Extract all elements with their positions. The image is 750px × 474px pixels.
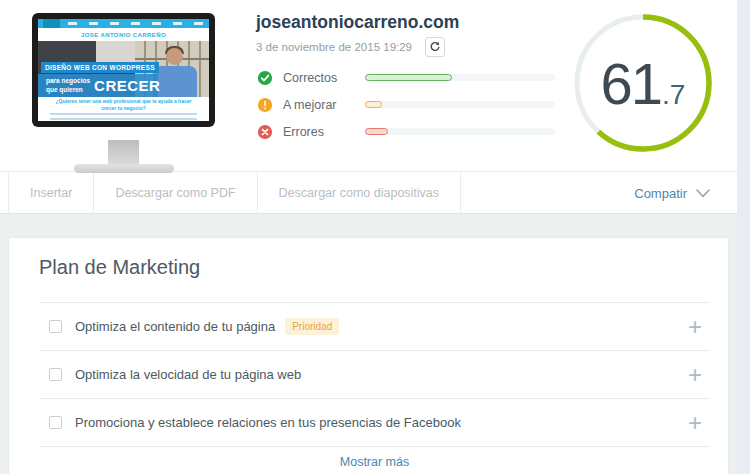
plan-item-checkbox[interactable] <box>49 320 62 333</box>
stat-label-correct: Correctos <box>283 71 365 85</box>
stat-row-correct: Correctos <box>257 69 555 86</box>
analysis-date: 3 de noviembre de 2015 19:29 <box>256 41 412 53</box>
warning-icon <box>257 97 273 113</box>
embed-button[interactable]: Insertar <box>9 172 94 214</box>
preview-navbar <box>38 19 209 28</box>
analysis-date-row: 3 de noviembre de 2015 19:29 <box>256 37 445 57</box>
stat-label-improve: A mejorar <box>283 98 365 112</box>
page-edge-strip <box>737 0 750 474</box>
marketing-plan-card: Plan de Marketing Optimiza el contenido … <box>8 237 729 474</box>
refresh-icon <box>429 41 441 53</box>
progress-bar-correct <box>365 74 555 81</box>
check-icon <box>257 70 273 86</box>
status-summary: Correctos A mejorar <box>257 69 555 150</box>
preview-hero-big-word: CRECER <box>94 77 160 94</box>
preview-person-photo <box>166 48 183 65</box>
monitor-frame: JOSE ANTONIO CARREÑO DISEÑO WEB CON WORD… <box>32 13 215 127</box>
share-button[interactable]: Compatir <box>634 172 710 214</box>
page-title: joseantoniocarreno.com <box>256 12 459 33</box>
stat-row-errors: Errores <box>257 123 555 140</box>
score-value: 61.7 <box>572 12 714 154</box>
download-pdf-button[interactable]: Descargar como PDF <box>94 172 257 214</box>
progress-bar-errors <box>365 128 555 135</box>
preview-hero-headline: DISEÑO WEB CON WORDPRESS <box>41 62 159 73</box>
show-more-link[interactable]: Mostrar más <box>39 447 710 474</box>
stat-label-errors: Errores <box>283 125 365 139</box>
website-screenshot: JOSE ANTONIO CARREÑO DISEÑO WEB CON WORD… <box>38 19 209 121</box>
stat-row-improve: A mejorar <box>257 96 555 113</box>
plan-item-content[interactable]: Optimiza el contenido de tu página Prior… <box>39 303 710 350</box>
preview-caption: ¿Quieres tener una web profesional que t… <box>38 97 209 112</box>
plan-title: Plan de Marketing <box>39 238 710 279</box>
download-slides-button[interactable]: Descargar como diapositivas <box>258 172 462 214</box>
expand-plus-icon[interactable]: + <box>684 413 706 433</box>
plan-item-speed[interactable]: Optimiza la velocidad de tu página web + <box>39 351 710 398</box>
report-toolbar: Insertar Descargar como PDF Descargar co… <box>0 172 737 214</box>
preview-text-lines <box>50 113 197 121</box>
preview-hero: DISEÑO WEB CON WORDPRESS para negocios q… <box>38 41 209 97</box>
report-header-card: JOSE ANTONIO CARREÑO DISEÑO WEB CON WORD… <box>0 0 737 214</box>
report-header: JOSE ANTONIO CARREÑO DISEÑO WEB CON WORD… <box>0 0 737 172</box>
progress-bar-improve <box>365 101 555 108</box>
refresh-button[interactable] <box>425 37 445 57</box>
plan-item-checkbox[interactable] <box>49 368 62 381</box>
expand-plus-icon[interactable]: + <box>684 365 706 385</box>
monitor-stand <box>108 140 139 166</box>
priority-badge: Prioridad <box>285 318 339 335</box>
website-preview: JOSE ANTONIO CARREÑO DISEÑO WEB CON WORD… <box>32 13 232 165</box>
monitor-base <box>74 164 174 173</box>
expand-plus-icon[interactable]: + <box>684 317 706 337</box>
score-gauge: 61.7 <box>572 12 714 154</box>
chevron-down-icon <box>696 189 710 198</box>
error-icon <box>257 124 273 140</box>
plan-item-checkbox[interactable] <box>49 416 62 429</box>
preview-brand: JOSE ANTONIO CARREÑO <box>38 28 209 41</box>
plan-item-facebook[interactable]: Promociona y establece relaciones en tus… <box>39 399 710 446</box>
